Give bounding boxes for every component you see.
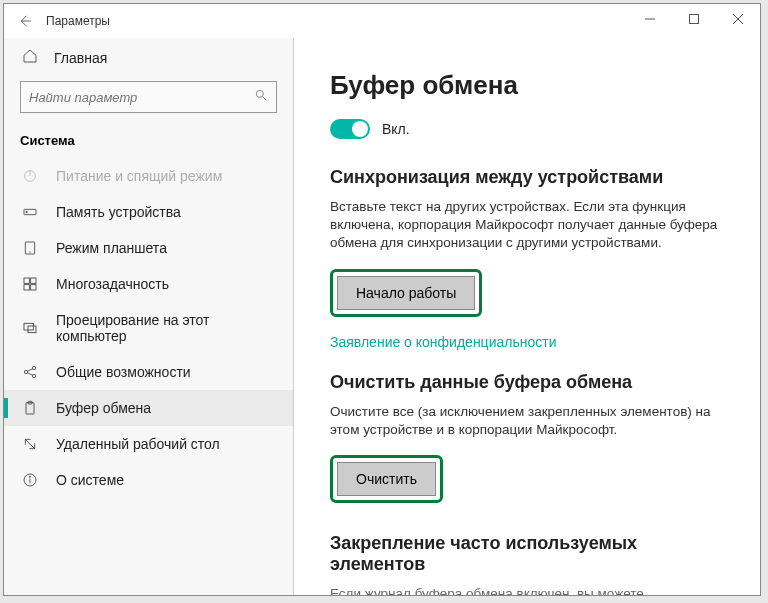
svg-line-22 (27, 369, 32, 372)
sidebar-item-label: Режим планшета (56, 240, 167, 256)
sidebar-home[interactable]: Главная (4, 38, 293, 77)
clipboard-icon (22, 400, 38, 416)
remote-icon (22, 436, 38, 452)
sidebar-item-tablet[interactable]: Режим планшета (4, 230, 293, 266)
sync-title: Синхронизация между устройствами (330, 167, 724, 188)
svg-rect-13 (24, 278, 29, 283)
sidebar-home-label: Главная (54, 50, 107, 66)
minimize-button[interactable] (628, 4, 672, 34)
back-button[interactable] (16, 12, 46, 30)
power-icon (22, 168, 38, 184)
svg-point-29 (29, 476, 30, 477)
page-title: Буфер обмена (330, 70, 724, 101)
window-title: Параметры (46, 14, 110, 28)
sidebar-item-power[interactable]: Питание и спящий режим (4, 158, 293, 194)
clipboard-history-toggle[interactable] (330, 119, 370, 139)
get-started-button[interactable]: Начало работы (337, 276, 475, 310)
search-input[interactable] (20, 81, 277, 113)
clear-button[interactable]: Очистить (337, 462, 436, 496)
svg-rect-17 (24, 323, 33, 330)
sidebar-item-clipboard[interactable]: Буфер обмена (4, 390, 293, 426)
sidebar-item-storage[interactable]: Память устройства (4, 194, 293, 230)
sidebar-item-multitask[interactable]: Многозадачность (4, 266, 293, 302)
svg-rect-14 (31, 278, 36, 283)
svg-rect-2 (690, 15, 699, 24)
sidebar-item-label: Удаленный рабочий стол (56, 436, 220, 452)
sidebar-item-label: Многозадачность (56, 276, 169, 292)
svg-line-23 (27, 373, 32, 376)
content: Буфер обмена Вкл. Синхронизация между ус… (294, 38, 760, 595)
sidebar-item-label: Питание и спящий режим (56, 168, 222, 184)
share-icon (22, 364, 38, 380)
settings-window: Параметры Главная Система Пи (3, 3, 761, 596)
multitask-icon (22, 276, 38, 292)
sidebar-item-label: Буфер обмена (56, 400, 151, 416)
clipboard-toggle-row: Вкл. (330, 119, 724, 139)
privacy-link[interactable]: Заявление о конфиденциальности (330, 334, 556, 350)
svg-point-10 (26, 211, 27, 212)
clear-title: Очистить данные буфера обмена (330, 372, 724, 393)
titlebar: Параметры (4, 4, 760, 38)
info-icon (22, 472, 38, 488)
project-icon (22, 320, 38, 336)
sidebar-item-label: О системе (56, 472, 124, 488)
toggle-label: Вкл. (382, 121, 410, 137)
maximize-button[interactable] (672, 4, 716, 34)
svg-point-21 (32, 374, 35, 377)
svg-point-19 (24, 370, 27, 373)
close-button[interactable] (716, 4, 760, 34)
svg-rect-15 (24, 285, 29, 290)
svg-point-20 (32, 366, 35, 369)
storage-icon (22, 204, 38, 220)
sidebar-item-label: Память устройства (56, 204, 181, 220)
sidebar: Главная Система Питание и спящий режим П… (4, 38, 294, 595)
sidebar-item-label: Общие возможности (56, 364, 191, 380)
search-row (4, 77, 293, 123)
sidebar-item-remote[interactable]: Удаленный рабочий стол (4, 426, 293, 462)
search-field[interactable] (29, 90, 254, 105)
clear-text: Очистите все (за исключением закрепленны… (330, 403, 724, 439)
sidebar-nav[interactable]: Питание и спящий режим Память устройства… (4, 158, 293, 595)
sidebar-item-project[interactable]: Проецирование на этот компьютер (4, 302, 293, 354)
pin-text: Если журнал буфера обмена включен, вы мо… (330, 585, 724, 595)
search-icon (254, 88, 268, 106)
home-icon (22, 48, 38, 67)
sidebar-category: Система (4, 123, 293, 158)
svg-rect-18 (28, 326, 36, 333)
sync-text: Вставьте текст на других устройствах. Ес… (330, 198, 724, 253)
sync-button-highlight: Начало работы (330, 269, 482, 317)
svg-point-5 (256, 90, 263, 97)
svg-line-26 (25, 439, 34, 448)
body: Главная Система Питание и спящий режим П… (4, 38, 760, 595)
window-controls (628, 4, 760, 34)
sidebar-item-shared[interactable]: Общие возможности (4, 354, 293, 390)
tablet-icon (22, 240, 38, 256)
pin-title: Закрепление часто используемых элементов (330, 533, 724, 575)
sidebar-item-about[interactable]: О системе (4, 462, 293, 498)
sidebar-item-label: Проецирование на этот компьютер (56, 312, 277, 344)
clear-button-highlight: Очистить (330, 455, 443, 503)
svg-rect-16 (31, 285, 36, 290)
svg-line-6 (263, 97, 267, 101)
